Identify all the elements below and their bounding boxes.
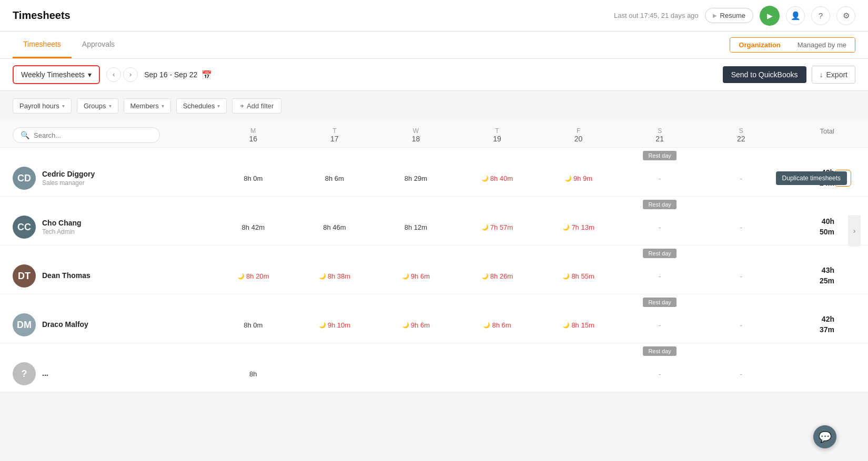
employee-rows: Rest dayCDCedric DiggorySales manager8h … [0,148,868,392]
day-col-fri: F 20 [538,125,619,145]
day-cell-dean-5: - [619,272,701,280]
day-cell-dean-1: 🌙 8h 38m [294,272,376,280]
payroll-hours-filter[interactable]: Payroll hours ▾ [13,98,72,114]
employee-row-cedric: CDCedric DiggorySales manager8h 0m8h 6m8… [0,160,868,197]
emp-text-dean: Dean Thomas [42,271,90,281]
members-filter[interactable]: Members ▾ [124,98,171,114]
day-letter-wed: W [375,127,457,135]
user-icon: 👤 [791,11,801,21]
view-organization-button[interactable]: Organization [730,38,789,52]
app-header: Timesheets Last out 17:45, 21 days ago ▶… [0,0,868,32]
search-icon: 🔍 [21,131,29,139]
avatar-cho: CC [13,216,36,239]
export-button[interactable]: ↓ Export [812,66,855,84]
day-cell-draco-0: 8h 0m [213,321,294,329]
day-cell-dean-3: 🌙 8h 26m [457,272,538,280]
tabs-bar: Timesheets Approvals Organization Manage… [0,32,868,59]
rest-badge-dean-day5: Rest day [643,249,676,258]
employee-row-fifth: ?...8h-- [0,356,868,392]
day-cell-draco-6: - [700,321,782,329]
day-cell-draco-1: 🌙 9h 10m [294,321,376,329]
overtime-icon: 🌙 [562,322,570,329]
day-letter-sun: S [700,127,782,135]
day-cell-draco-4: 🌙 8h 15m [538,321,619,329]
settings-icon-button[interactable]: ⚙ [836,6,855,25]
play-button[interactable]: ▶ [760,6,780,26]
day-cell-cedric-6: - [700,175,782,182]
export-label: Export [826,70,847,79]
emp-name-draco: Draco Malfoy [42,320,88,329]
rest-badge-draco-day5: Rest day [643,298,676,307]
resume-button[interactable]: ▶ Resume [705,8,753,23]
emp-text-fifth: ... [42,369,48,378]
day-cell-dean-4: 🌙 8h 55m [538,272,619,280]
send-to-quickbooks-label: Send to QuickBooks [731,70,798,79]
day-num-mon: 16 [213,135,294,143]
overtime-icon: 🌙 [237,273,245,280]
groups-chevron-icon: ▾ [109,103,112,109]
calendar-icon[interactable]: 📅 [201,70,212,80]
scroll-right-button[interactable]: › [848,215,861,247]
user-icon-button[interactable]: 👤 [786,6,805,25]
search-box[interactable]: 🔍 [13,127,160,143]
day-cell-cedric-5: - [619,175,701,182]
groups-filter[interactable]: Groups ▾ [77,98,118,114]
day-cell-cedric-4: 🌙 9h 9m [538,175,619,182]
day-cell-cho-3: 🌙 7h 57m [457,223,538,231]
emp-text-cedric: Cedric DiggorySales manager [42,170,95,187]
prev-week-button[interactable]: ‹ [106,67,121,82]
day-cell-cedric-1: 8h 6m [294,175,376,182]
tab-timesheets[interactable]: Timesheets [13,32,72,58]
overtime-icon: 🌙 [402,322,409,329]
last-out-text: Last out 17:45, 21 days ago [614,12,698,19]
view-managed-by-me-label: Managed by me [798,41,846,49]
total-cell-cho: 40h50m [782,217,834,237]
filter-bar: Payroll hours ▾ Groups ▾ Members ▾ Sched… [0,91,868,121]
weekly-timesheets-select[interactable]: Weekly Timesheets ▾ [13,65,100,84]
day-col-sat: S 21 [619,125,701,145]
rest-row-draco: Rest day [0,294,868,307]
employee-info-fifth: ?... [13,362,213,385]
payroll-hours-chevron-icon: ▾ [62,103,65,109]
emp-text-cho: Cho ChangTech Admin [42,219,82,235]
employee-row-draco: DMDraco Malfoy8h 0m🌙 9h 10m🌙 9h 6m🌙 8h 6… [0,307,868,343]
emp-role-cho: Tech Admin [42,228,82,235]
toolbar-left: Weekly Timesheets ▾ ‹ › Sep 16 - Sep 22 … [13,65,212,84]
overtime-icon: 🌙 [481,175,489,182]
view-organization-label: Organization [739,41,780,49]
chevron-left-icon: ‹ [113,71,115,78]
total-col-header: Total [782,125,834,145]
chevron-right-icon: › [853,227,856,235]
employee-info-draco: DMDraco Malfoy [13,313,213,336]
day-cell-cho-5: - [619,223,701,231]
rest-row-fifth: Rest day [0,343,868,356]
employee-info-cedric: CDCedric DiggorySales manager [13,167,213,190]
avatar-fifth: ? [13,362,36,385]
search-column: 🔍 [13,125,213,145]
avatar-cedric: CD [13,167,36,190]
tabs: Timesheets Approvals [13,32,125,58]
date-range: Sep 16 - Sep 22 📅 [144,70,212,80]
day-cell-cho-4: 🌙 7h 13m [538,223,619,231]
table-container: 🔍 M 16 T 17 W 18 T 19 F 20 S 21 S [0,121,868,392]
resume-play-icon: ▶ [713,13,717,18]
view-toggle: Organization Managed by me [730,37,855,53]
day-cell-fifth-0: 8h [213,370,294,378]
schedules-chevron-icon: ▾ [217,103,220,109]
help-icon-button[interactable]: ? [811,6,830,25]
chevron-right-icon: › [129,71,132,78]
date-range-text: Sep 16 - Sep 22 [144,70,197,79]
schedules-filter[interactable]: Schedules ▾ [176,98,227,114]
tab-approvals[interactable]: Approvals [72,32,125,58]
view-managed-by-me-button[interactable]: Managed by me [789,38,855,52]
table-header: 🔍 M 16 T 17 W 18 T 19 F 20 S 21 S [0,121,868,148]
question-icon: ? [819,11,823,20]
rest-row-cho: Rest day [0,197,868,209]
next-week-button[interactable]: › [123,67,138,82]
play-icon: ▶ [767,12,773,20]
send-to-quickbooks-button[interactable]: Send to QuickBooks [723,66,806,83]
add-filter-button[interactable]: + Add filter [232,98,281,114]
search-input[interactable] [34,131,152,139]
day-col-wed: W 18 [375,125,457,145]
rest-badge-fifth-day5: Rest day [643,346,676,356]
